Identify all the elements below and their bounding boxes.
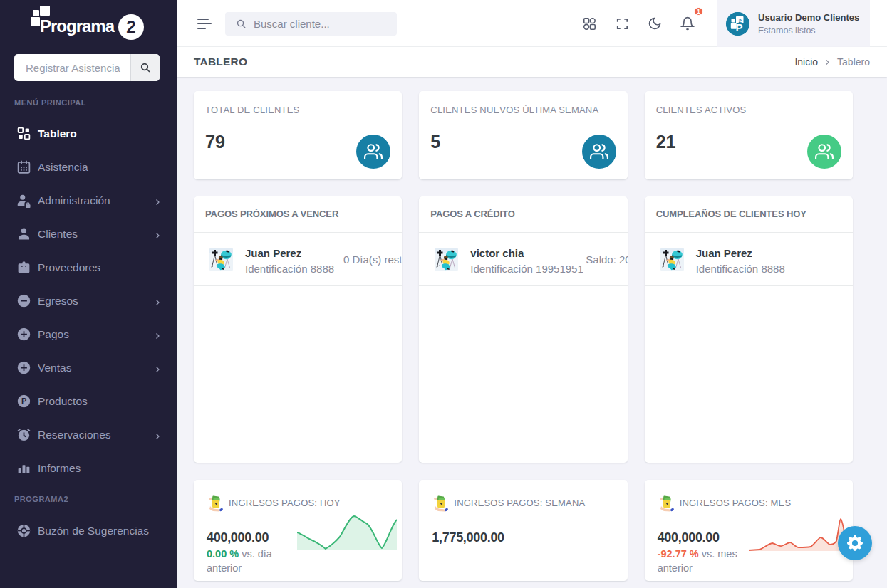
svg-text:P: P [21,397,26,405]
svg-text:2: 2 [739,17,742,23]
